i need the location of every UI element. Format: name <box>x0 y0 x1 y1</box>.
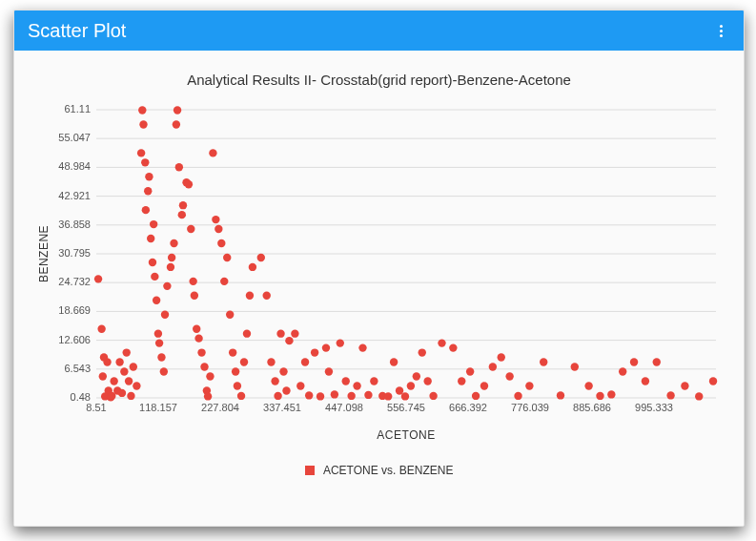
svg-point-128 <box>370 377 378 385</box>
svg-point-55 <box>144 187 152 195</box>
svg-point-121 <box>331 390 338 398</box>
scatter-plot-card: Scatter Plot Analytical Results II- Cros… <box>13 10 745 527</box>
scatter-plot: 0.486.54312.60618.66924.73230.79536.8584… <box>96 110 716 398</box>
svg-point-130 <box>384 392 392 400</box>
svg-point-85 <box>200 363 208 370</box>
svg-point-150 <box>540 358 547 365</box>
svg-point-162 <box>695 392 703 400</box>
svg-point-147 <box>505 372 513 380</box>
svg-point-107 <box>271 377 278 385</box>
svg-point-137 <box>423 377 431 385</box>
svg-text:8.51: 8.51 <box>86 402 106 413</box>
svg-point-82 <box>193 324 200 332</box>
card-menu-button[interactable] <box>711 21 730 40</box>
svg-point-72 <box>173 120 180 128</box>
svg-point-156 <box>619 367 626 375</box>
svg-text:36.858: 36.858 <box>58 218 91 230</box>
svg-text:61.11: 61.11 <box>64 103 91 114</box>
svg-text:30.795: 30.795 <box>58 247 91 259</box>
svg-point-62 <box>153 297 160 304</box>
svg-point-47 <box>125 377 133 385</box>
svg-point-74 <box>175 163 183 171</box>
svg-point-104 <box>257 254 265 261</box>
svg-text:666.392: 666.392 <box>449 402 487 413</box>
svg-point-133 <box>401 392 409 400</box>
svg-point-48 <box>127 392 134 400</box>
svg-point-67 <box>161 311 169 319</box>
svg-point-96 <box>229 348 236 356</box>
svg-point-113 <box>291 329 298 337</box>
svg-text:24.732: 24.732 <box>58 276 91 287</box>
svg-point-119 <box>322 343 330 351</box>
svg-point-127 <box>364 391 372 399</box>
kebab-dot-icon <box>720 30 723 32</box>
svg-text:12.606: 12.606 <box>58 334 91 345</box>
svg-point-102 <box>246 292 254 300</box>
svg-text:556.745: 556.745 <box>387 402 425 413</box>
card-title: Scatter Plot <box>28 20 126 42</box>
svg-point-125 <box>353 382 360 389</box>
svg-point-155 <box>607 390 615 398</box>
svg-point-144 <box>480 382 488 389</box>
chart-title: Analytical Results II- Crosstab(grid rep… <box>14 72 744 88</box>
svg-text:55.047: 55.047 <box>58 132 91 143</box>
svg-point-92 <box>217 239 225 247</box>
svg-point-84 <box>197 348 205 356</box>
svg-point-54 <box>141 158 149 166</box>
svg-point-57 <box>145 173 153 180</box>
svg-point-158 <box>642 377 649 385</box>
svg-point-44 <box>118 389 126 397</box>
svg-point-135 <box>413 372 420 380</box>
svg-text:337.451: 337.451 <box>263 402 301 413</box>
svg-point-103 <box>249 263 256 271</box>
svg-point-53 <box>137 149 145 156</box>
svg-point-161 <box>681 382 688 389</box>
svg-point-109 <box>276 329 284 337</box>
svg-point-51 <box>138 106 146 114</box>
svg-point-97 <box>232 367 239 375</box>
svg-text:118.157: 118.157 <box>139 402 177 413</box>
svg-point-149 <box>525 382 533 389</box>
svg-point-122 <box>337 339 344 346</box>
svg-point-80 <box>189 278 196 285</box>
svg-point-45 <box>120 367 128 375</box>
svg-point-99 <box>237 392 245 400</box>
svg-point-78 <box>185 180 193 188</box>
svg-text:6.543: 6.543 <box>64 363 91 374</box>
svg-point-81 <box>191 292 198 300</box>
svg-point-93 <box>220 278 228 285</box>
legend-marker-icon <box>305 466 315 475</box>
svg-point-70 <box>168 254 175 261</box>
svg-point-75 <box>178 211 186 218</box>
svg-point-101 <box>243 329 251 337</box>
svg-point-145 <box>489 363 497 370</box>
x-axis-label: ACETONE <box>96 428 716 442</box>
svg-point-142 <box>466 367 474 375</box>
svg-point-148 <box>514 392 521 400</box>
kebab-dot-icon <box>720 25 723 28</box>
kebab-dot-icon <box>720 34 723 37</box>
svg-point-68 <box>163 282 171 290</box>
svg-text:447.098: 447.098 <box>325 402 363 413</box>
svg-point-83 <box>194 334 202 342</box>
svg-point-114 <box>296 382 304 389</box>
svg-text:776.039: 776.039 <box>511 402 549 413</box>
svg-point-112 <box>285 337 293 344</box>
svg-point-63 <box>154 329 162 337</box>
svg-point-131 <box>390 358 398 365</box>
svg-point-41 <box>110 377 117 385</box>
svg-point-50 <box>133 382 140 389</box>
svg-point-118 <box>317 392 324 400</box>
svg-point-159 <box>653 358 661 365</box>
svg-point-116 <box>305 391 313 399</box>
svg-point-76 <box>179 201 187 209</box>
svg-text:227.804: 227.804 <box>201 402 239 413</box>
svg-point-91 <box>215 225 222 233</box>
svg-point-146 <box>498 353 505 361</box>
svg-point-157 <box>630 358 638 365</box>
svg-point-124 <box>347 392 355 400</box>
svg-point-108 <box>274 392 281 400</box>
y-axis-label: BENZENE <box>35 110 52 398</box>
svg-point-153 <box>584 382 592 389</box>
svg-point-59 <box>150 220 157 228</box>
